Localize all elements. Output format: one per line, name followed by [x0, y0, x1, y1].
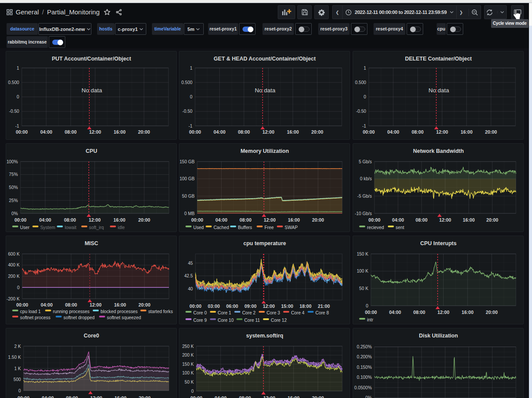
svg-text:0%: 0%: [11, 211, 18, 216]
svg-text:00:00: 00:00: [16, 129, 28, 135]
svg-text:Core 3: Core 3: [266, 310, 280, 315]
svg-text:00:00: 00:00: [363, 129, 375, 135]
svg-text:0: 0: [190, 94, 192, 99]
svg-text:5 Gb/s: 5 Gb/s: [359, 159, 372, 164]
svg-text:0.100%: 0.100%: [357, 375, 372, 380]
svg-text:08:00: 08:00: [411, 129, 424, 135]
svg-text:20:00: 20:00: [138, 395, 151, 398]
svg-text:16:00: 16:00: [113, 217, 125, 223]
svg-text:04:00: 04:00: [392, 217, 404, 223]
svg-text:system.softirq: system.softirq: [246, 333, 283, 339]
svg-text:20:00: 20:00: [312, 395, 324, 398]
svg-text:16:00: 16:00: [287, 395, 300, 398]
svg-text:SWAP: SWAP: [285, 225, 298, 230]
svg-text:16:00: 16:00: [463, 217, 475, 223]
svg-text:0.0500%: 0.0500%: [354, 385, 372, 390]
svg-text:Core 2: Core 2: [242, 310, 256, 315]
svg-text:softnet dropped: softnet dropped: [64, 315, 95, 320]
svg-text:00:00: 00:00: [189, 304, 202, 309]
svg-text:softnet squeezed: softnet squeezed: [107, 315, 141, 320]
svg-text:cpu load 1: cpu load 1: [20, 309, 41, 314]
svg-text:Network Bandwidth: Network Bandwidth: [413, 148, 464, 154]
svg-text:Disk Utilization: Disk Utilization: [419, 333, 458, 339]
svg-text:00:00: 00:00: [365, 310, 377, 315]
svg-text:04:00: 04:00: [39, 217, 51, 223]
svg-text:16:00: 16:00: [461, 129, 473, 135]
svg-text:50 K: 50 K: [359, 286, 368, 291]
svg-text:0 MB: 0 MB: [184, 211, 195, 216]
svg-text:0.500: 0.500: [8, 80, 20, 85]
svg-text:CPU: CPU: [86, 148, 97, 154]
svg-text:idle: idle: [118, 225, 125, 230]
svg-text:12:00: 12:00: [439, 217, 451, 223]
svg-text:18:00: 18:00: [300, 304, 312, 309]
svg-text:0: 0: [18, 388, 21, 393]
svg-text:50 GB: 50 GB: [182, 194, 195, 199]
svg-text:-0.50: -0.50: [182, 109, 193, 114]
svg-text:Core 8: Core 8: [316, 310, 329, 315]
svg-text:User: User: [20, 225, 30, 230]
svg-text:No data: No data: [81, 87, 102, 94]
svg-text:Core 9: Core 9: [193, 318, 207, 323]
svg-text:0%: 0%: [365, 395, 372, 398]
svg-text:16:00: 16:00: [461, 310, 474, 315]
svg-text:intr: intr: [367, 317, 374, 322]
svg-text:20:00: 20:00: [486, 217, 498, 223]
svg-text:04:00: 04:00: [389, 310, 401, 315]
svg-text:00:00: 00:00: [14, 217, 27, 223]
svg-text:Used: Used: [193, 225, 204, 230]
svg-text:00:00: 00:00: [189, 129, 201, 135]
svg-text:25%: 25%: [9, 198, 18, 203]
svg-text:DELETE Container/Object: DELETE Container/Object: [405, 56, 472, 62]
svg-text:Cached: Cached: [213, 225, 229, 230]
svg-text:12:00: 12:00: [90, 395, 102, 398]
svg-text:0: 0: [17, 285, 20, 290]
svg-text:0: 0: [366, 304, 368, 308]
svg-text:recieved: recieved: [367, 225, 384, 230]
svg-text:08:00: 08:00: [239, 395, 251, 398]
svg-text:45: 45: [188, 261, 193, 266]
svg-text:0: 0: [191, 389, 194, 394]
svg-text:04:00: 04:00: [42, 395, 54, 398]
svg-text:03:00: 03:00: [208, 304, 220, 309]
svg-text:12:00: 12:00: [263, 395, 276, 398]
svg-text:12:00: 12:00: [263, 304, 275, 309]
svg-text:15:00: 15:00: [281, 304, 293, 309]
svg-text:06:00: 06:00: [226, 304, 238, 309]
svg-text:GET & HEAD Account/Container/O: GET & HEAD Account/Container/Object: [214, 56, 316, 62]
svg-text:100 GB: 100 GB: [179, 176, 195, 181]
svg-text:09:00: 09:00: [245, 304, 257, 309]
svg-text:100 K: 100 K: [357, 269, 368, 273]
svg-text:Core0: Core0: [84, 333, 99, 339]
svg-text:75%: 75%: [9, 172, 18, 177]
svg-text:0.500: 0.500: [355, 80, 367, 85]
svg-text:1: 1: [190, 66, 192, 71]
svg-text:04:00: 04:00: [387, 129, 399, 135]
svg-text:04:00: 04:00: [40, 302, 53, 307]
svg-text:08:00: 08:00: [65, 302, 77, 307]
svg-text:150 GB: 150 GB: [179, 159, 195, 164]
svg-text:16:00: 16:00: [288, 217, 300, 223]
svg-text:150 K: 150 K: [357, 252, 368, 256]
svg-text:04:00: 04:00: [40, 129, 52, 135]
svg-text:Free: Free: [264, 225, 273, 230]
svg-text:00:00: 00:00: [17, 395, 30, 398]
svg-text:20:00: 20:00: [486, 310, 498, 315]
svg-text:0 kb/s: 0 kb/s: [360, 176, 372, 181]
svg-text:System: System: [40, 225, 55, 230]
svg-text:1.50 K: 1.50 K: [8, 355, 21, 360]
svg-text:42.5: 42.5: [184, 273, 193, 278]
svg-text:16:00: 16:00: [287, 129, 299, 135]
svg-text:20:00: 20:00: [485, 129, 497, 135]
svg-text:08:00: 08:00: [239, 217, 252, 223]
svg-text:12:00: 12:00: [89, 129, 101, 135]
svg-text:Core 11: Core 11: [244, 318, 260, 323]
svg-text:No data: No data: [428, 87, 449, 94]
svg-text:16:00: 16:00: [114, 302, 126, 307]
svg-text:soft_irq: soft_irq: [89, 225, 104, 230]
svg-text:50 K: 50 K: [185, 380, 194, 385]
svg-text:200 K: 200 K: [182, 353, 194, 358]
svg-text:20:00: 20:00: [138, 217, 150, 223]
svg-text:-1: -1: [15, 124, 19, 128]
svg-text:40: 40: [188, 287, 193, 291]
